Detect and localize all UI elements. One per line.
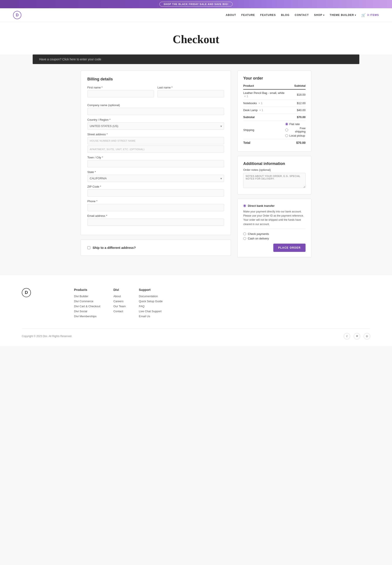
twitter-icon[interactable]: ✕ — [354, 333, 360, 339]
cash-payment-text: Cash on delivery — [248, 237, 269, 240]
company-input[interactable] — [87, 108, 224, 115]
phone-label: Phone * — [87, 200, 224, 203]
city-input[interactable] — [87, 160, 224, 167]
footer-col-products-title: Products — [74, 288, 100, 291]
footer-link-divi-social[interactable]: Divi Social — [74, 310, 100, 313]
ship-different-checkbox[interactable] — [87, 246, 90, 249]
country-group: Country / Region * UNITED STATES (US) — [87, 118, 224, 130]
item-price-1: $12.00 — [285, 100, 306, 107]
social-icons: f ✕ ◎ — [344, 333, 370, 339]
item-name-2: Desk Lamp × 1 — [243, 107, 285, 114]
page-title: Checkout — [4, 33, 388, 46]
check-payment-label[interactable]: Check payments — [243, 232, 306, 235]
footer-col-products: Products Divi Builder Divi Commerce Divi… — [74, 288, 100, 320]
item-name-0: Leather Pencil Bag - small, white × 1 — [243, 89, 285, 100]
order-box: Your order Product Subtotal Leather Penc… — [237, 71, 311, 152]
name-row: First name * Last name * — [87, 86, 224, 101]
footer-link-careers[interactable]: Careers — [113, 300, 126, 303]
table-row: Leather Pencil Bag - small, white × 1 $1… — [243, 89, 306, 100]
shipping-free[interactable]: Free shipping — [285, 127, 306, 133]
nav-contact[interactable]: CONTACT — [295, 14, 309, 16]
shipping-label: Shipping — [243, 121, 285, 139]
nav-blog[interactable]: BLOG — [281, 14, 290, 16]
table-row: Desk Lamp × 1 $40.00 — [243, 107, 306, 114]
col-subtotal: Subtotal — [285, 84, 306, 89]
zip-input[interactable] — [87, 189, 224, 197]
facebook-icon[interactable]: f — [344, 333, 350, 339]
footer-link-divi-memberships[interactable]: Divi Memberships — [74, 315, 100, 318]
footer-link-email[interactable]: Email Us — [139, 315, 163, 318]
notes-textarea[interactable] — [243, 173, 306, 188]
street-group: Street address * — [87, 133, 224, 153]
footer-col-support-title: Support — [139, 288, 163, 291]
direct-bank-radio[interactable] — [243, 204, 246, 207]
item-name-1: Notebooks × 1 — [243, 100, 285, 107]
total-value: $70.00 — [285, 139, 306, 146]
site-header: D ABOUT FEATURE FEATURES BLOG CONTACT SH… — [0, 8, 392, 22]
last-name-label: Last name * — [157, 86, 224, 89]
email-input[interactable] — [87, 218, 224, 226]
nav-feature[interactable]: FEATURE — [241, 14, 255, 16]
cart-link[interactable]: 🛒 3 ITEMS — [361, 13, 379, 17]
shipping-options-cell: Flat rate Free shipping Local pickup — [285, 121, 306, 139]
shipping-flat[interactable]: Flat rate — [285, 122, 306, 126]
total-row: Total $70.00 — [243, 139, 306, 146]
first-name-input[interactable] — [87, 90, 154, 97]
shipping-free-label: Free shipping — [289, 127, 306, 133]
shipping-local[interactable]: Local pickup — [285, 134, 306, 137]
first-name-group: First name * — [87, 86, 154, 97]
payment-box: Direct bank transfer Make your payment d… — [237, 199, 311, 257]
footer-link-chat[interactable]: Live Chat Support — [139, 310, 163, 313]
street-label: Street address * — [87, 133, 224, 136]
top-banner: SHOP THE BLACK FRIDAY SALE AND SAVE BIG! — [0, 0, 392, 8]
nav-shop[interactable]: SHOP — [314, 14, 324, 16]
cash-payment-radio[interactable] — [243, 237, 246, 240]
shipping-row: Shipping Flat rate Free shipping — [243, 121, 306, 139]
nav-about[interactable]: ABOUT — [226, 14, 236, 16]
shipping-flat-radio[interactable] — [285, 123, 288, 126]
table-row: Notebooks × 1 $12.00 — [243, 100, 306, 107]
footer-logo: D — [22, 288, 31, 297]
page-title-area: Checkout — [0, 22, 392, 55]
cash-payment-label[interactable]: Cash on delivery — [243, 237, 306, 240]
shipping-free-radio[interactable] — [285, 129, 288, 131]
instagram-icon[interactable]: ◎ — [364, 333, 370, 339]
email-group: Email address * — [87, 214, 224, 226]
footer-link-contact[interactable]: Contact — [113, 310, 126, 313]
country-select-wrap: UNITED STATES (US) — [87, 122, 224, 130]
state-select[interactable]: CALIFORNIA — [87, 175, 224, 182]
footer-link-divi-builder[interactable]: Divi Builder — [74, 295, 100, 298]
direct-bank-label: Direct bank transfer — [248, 204, 275, 207]
footer-link-docs[interactable]: Documentation — [139, 295, 163, 298]
apt-input[interactable] — [87, 145, 224, 153]
first-name-label: First name * — [87, 86, 154, 89]
coupon-bar[interactable]: Have a coupon? Click here to enter your … — [33, 55, 359, 64]
phone-group: Phone * — [87, 200, 224, 211]
street-input[interactable] — [87, 137, 224, 144]
footer-link-setup[interactable]: Quick Setup Guide — [139, 300, 163, 303]
check-payment-radio[interactable] — [243, 232, 246, 235]
country-select[interactable]: UNITED STATES (US) — [87, 122, 224, 130]
site-footer: D Products Divi Builder Divi Commerce Di… — [0, 275, 392, 346]
state-select-wrap: CALIFORNIA — [87, 175, 224, 182]
banner-link[interactable]: SHOP THE BLACK FRIDAY SALE AND SAVE BIG! — [159, 2, 233, 7]
order-column: Your order Product Subtotal Leather Penc… — [237, 71, 311, 262]
nav-theme-builder[interactable]: THEME BUILDER — [330, 14, 356, 16]
billing-column: Billing details First name * Last name *… — [81, 71, 231, 260]
direct-bank-option: Direct bank transfer — [243, 204, 306, 207]
footer-link-our-team[interactable]: Our Team — [113, 304, 126, 308]
footer-link-about[interactable]: About — [113, 295, 126, 298]
footer-link-divi-cart[interactable]: Divi Cart & Checkout — [74, 304, 100, 308]
place-order-button[interactable]: PLACE ORDER — [273, 244, 306, 252]
footer-link-divi-commerce[interactable]: Divi Commerce — [74, 300, 100, 303]
nav-features[interactable]: FEATURES — [260, 14, 276, 16]
shipping-local-radio[interactable] — [285, 134, 288, 137]
state-group: State * CALIFORNIA — [87, 170, 224, 182]
footer-link-faq[interactable]: FAQ — [139, 304, 163, 308]
additional-box: Additional information Order notes (opti… — [237, 156, 311, 194]
subtotal-label: Subtotal — [243, 114, 285, 121]
additional-title: Additional information — [243, 161, 306, 166]
phone-input[interactable] — [87, 204, 224, 211]
last-name-input[interactable] — [157, 90, 224, 97]
zip-label: ZIP Code * — [87, 185, 224, 188]
